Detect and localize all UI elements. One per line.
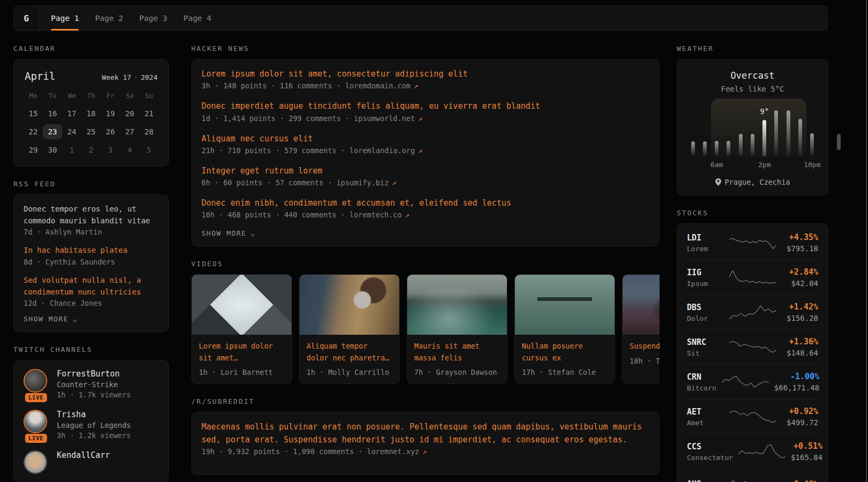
stock-left: SNRCSit [687, 337, 724, 357]
rss-item-title[interactable]: Donec tempor eros leo, ut commodo mauris… [24, 204, 159, 227]
twitch-channel-name[interactable]: ForrestBurton [57, 369, 131, 379]
columns: CALENDAR April Week 17·2024 MoTuWeThFrSa… [13, 31, 868, 482]
weather-bar-cell [711, 141, 723, 156]
tab-page-3[interactable]: Page 3 [139, 6, 167, 31]
twitch-channel-name[interactable]: KendallCarr [57, 450, 110, 460]
stock-name: Ipsum [687, 280, 724, 288]
stock-right: +0.46% [782, 479, 819, 482]
rss-show-more-button[interactable]: SHOW MORE ⌄ [24, 315, 159, 323]
calendar-day: 5 [139, 142, 159, 157]
calendar-dow: Su [139, 89, 159, 103]
stock-row-ldi[interactable]: LDILorem+4.35%$795.18 [687, 225, 818, 260]
tab-page-1[interactable]: Page 1 [51, 6, 79, 31]
stock-row-aet[interactable]: AETAmet+0.92%$499.72 [687, 399, 818, 434]
rss-list: Donec tempor eros leo, ut commodo mauris… [24, 204, 159, 307]
hackernews-show-more-button[interactable]: SHOW MORE ⌄ [201, 229, 649, 237]
stock-left: CRNBitcorn [687, 372, 716, 392]
video-meta: 17h · Stefan Cole [522, 368, 608, 376]
rss-item-title[interactable]: Sed volutpat nulla nisl, a condimentum n… [24, 275, 159, 298]
stock-name: Consectetur [687, 454, 733, 462]
twitch-channel-row[interactable]: LIVETrishaLeague of Legends3h · 1.2k vie… [24, 410, 159, 440]
stock-row-iig[interactable]: IIGIpsum+2.84%$42.04 [687, 260, 818, 295]
weather-bar [703, 141, 707, 156]
video-meta: 1h · Molly Carrillo [306, 368, 392, 376]
post-item: Aliquam nec cursus elit21h · 710 points … [201, 133, 649, 155]
rss-item-meta: 7d · Ashlyn Martin [24, 228, 159, 236]
stock-row-dbs[interactable]: DBSDolor+1.42%$156.28 [687, 295, 818, 329]
stock-sparkline [737, 442, 787, 461]
weather-bar-cell [699, 141, 710, 156]
stock-name: Bitcorn [687, 384, 716, 392]
stock-right: +0.92%$499.72 [782, 406, 819, 427]
stock-row-ccs[interactable]: CCSConsectetur+0.51%$165.84 [687, 434, 818, 469]
calendar-top: April Week 17·2024 [24, 68, 159, 89]
twitch-channel-game: Counter-Strike [57, 380, 131, 389]
twitch-channel-row[interactable]: LIVEForrestBurtonCounter-Strike1h · 1.7k… [24, 369, 159, 399]
weather-bar-cell [735, 134, 746, 156]
avatar-wrap: LIVE [24, 410, 48, 440]
video-title[interactable]: Aliquam tempor dolor nec pharetra… [306, 341, 392, 364]
tab-page-2[interactable]: Page 2 [95, 6, 123, 31]
stock-change: +4.35% [782, 232, 819, 242]
post-item: Lorem ipsum dolor sit amet, consectetur … [201, 68, 649, 90]
stock-row-ahs[interactable]: AHS+0.46% [687, 469, 818, 482]
calendar-dow: Th [81, 89, 101, 103]
weather-bar-cell [770, 110, 782, 156]
video-title[interactable]: Mauris sit amet massa felis [414, 341, 500, 364]
videos-row: Lorem ipsum dolor sit amet consectetu…1h… [191, 274, 660, 384]
rss-item-meta: 8d · Cynthia Saunders [24, 258, 159, 266]
scrollbar-track[interactable] [866, 0, 867, 482]
video-card[interactable]: Mauris sit amet massa felis7h · Grayson … [407, 274, 507, 384]
post-title-link[interactable]: Lorem ipsum dolor sit amet, consectetur … [201, 68, 649, 80]
twitch-channel-info: KendallCarr [57, 450, 110, 474]
rss-item-title[interactable]: In hac habitasse platea [24, 245, 159, 257]
calendar-day-selected: 23 [43, 124, 62, 139]
stock-left: IIGIpsum [687, 268, 724, 288]
twitch-channel-name[interactable]: Trisha [57, 410, 131, 419]
video-meta: 7h · Grayson Dawson [414, 368, 500, 376]
weather-location: Prague, Czechia [725, 178, 790, 186]
stock-name: Sit [687, 349, 724, 357]
video-card[interactable]: Lorem ipsum dolor sit amet consectetu…1h… [191, 274, 292, 384]
weather-bar-cell [687, 141, 699, 156]
post-title-link[interactable]: Donec imperdiet augue tincidunt felis al… [201, 100, 649, 112]
post-item: Donec imperdiet augue tincidunt felis al… [201, 100, 649, 122]
video-card[interactable]: Aliquam tempor dolor nec pharetra…1h · M… [299, 274, 400, 384]
stock-right: -1.00%$66,171.48 [774, 372, 819, 392]
calendar-day: 16 [43, 106, 62, 121]
calendar-day: 3 [101, 142, 120, 157]
weather-bar-cell [794, 119, 806, 156]
stocks-widget: LDILorem+4.35%$795.18IIGIpsum+2.84%$42.0… [677, 223, 828, 482]
avatar[interactable] [24, 369, 47, 393]
video-card[interactable]: Nullam posuere cursus ex17h · Stefan Col… [514, 274, 615, 384]
post-title-link[interactable]: Donec enim nibh, condimentum et accumsan… [201, 197, 649, 209]
stock-row-crn[interactable]: CRNBitcorn-1.00%$66,171.48 [687, 364, 818, 399]
weather-bar-cell: 9° [759, 120, 770, 156]
avatar[interactable] [24, 410, 47, 433]
twitch-channel-row[interactable]: KendallCarr [24, 450, 159, 474]
current-temp-label: 9° [760, 107, 769, 116]
scrollbar-thumb[interactable] [837, 134, 841, 150]
post-title-link[interactable]: Maecenas mollis pulvinar erat non posuer… [201, 421, 649, 446]
post-meta: 6h · 60 points · 57 comments · ipsumify.… [201, 178, 649, 187]
rss-widget: Donec tempor eros leo, ut commodo mauris… [13, 194, 169, 332]
post-title-link[interactable]: Aliquam nec cursus elit [201, 133, 649, 145]
avatar[interactable] [24, 450, 47, 474]
chevron-down-icon: ⌄ [72, 317, 78, 321]
external-link-icon: ↗ [414, 81, 418, 90]
tab-page-4[interactable]: Page 4 [183, 6, 211, 31]
post-title-link[interactable]: Integer eget rutrum lorem [201, 165, 649, 177]
stock-row-snrc[interactable]: SNRCSit+1.36%$148.64 [687, 329, 818, 364]
video-title[interactable]: Nullam posuere cursus ex [522, 341, 608, 364]
avatar-image [25, 370, 46, 391]
live-badge: LIVE [25, 434, 47, 443]
weather-time-label: 6am [710, 161, 723, 169]
weather-bar-current [762, 120, 766, 156]
video-title[interactable]: Suspendisse diam [630, 341, 660, 352]
video-card[interactable]: Suspendisse diam18h · Tara [622, 274, 660, 384]
avatar-image [25, 411, 46, 432]
stock-price: $795.18 [782, 244, 819, 253]
stock-change: +1.42% [782, 302, 819, 312]
dashboard: G Page 1Page 2Page 3Page 4 CALENDAR Apri… [0, 0, 868, 482]
video-title[interactable]: Lorem ipsum dolor sit amet consectetu… [199, 341, 285, 364]
